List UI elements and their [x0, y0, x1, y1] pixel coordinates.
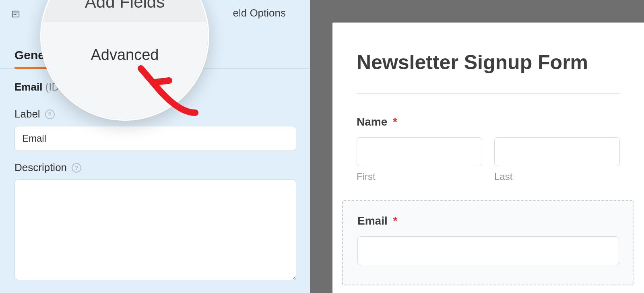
app-root: eld Options General Advanced ogic Email … — [0, 0, 644, 293]
tab-field-options-label-partial: eld Options — [233, 7, 286, 19]
first-name-col: First — [357, 137, 482, 182]
name-row: First Last — [357, 137, 620, 182]
form-icon — [11, 9, 20, 17]
form-divider — [357, 93, 620, 94]
magnifier-advanced: Advanced — [91, 46, 159, 64]
label-text: Label — [14, 108, 40, 120]
label-input[interactable] — [14, 126, 296, 151]
field-options-panel: eld Options General Advanced ogic Email … — [0, 0, 310, 293]
help-icon[interactable]: ? — [45, 109, 55, 119]
first-name-input[interactable] — [357, 137, 482, 166]
description-textarea[interactable] — [14, 180, 296, 280]
last-sublabel: Last — [494, 171, 620, 182]
form-preview-panel: Newsletter Signup Form Name * First Last… — [310, 0, 644, 293]
form-preview-card: Newsletter Signup Form Name * First Last… — [332, 23, 644, 293]
email-label-text: Email — [357, 215, 388, 227]
last-name-col: Last — [494, 137, 620, 182]
tab-field-options-partial[interactable]: eld Options — [221, 0, 310, 26]
required-asterisk: * — [393, 116, 397, 128]
last-name-input[interactable] — [494, 137, 620, 166]
first-sublabel: First — [357, 171, 482, 182]
help-icon[interactable]: ? — [72, 163, 81, 173]
magnifier-inner: Add Fields Advanced — [41, 0, 208, 64]
description-control-group: Description ? — [0, 151, 310, 282]
name-field-label: Name * — [357, 116, 620, 128]
description-text: Description — [14, 161, 67, 174]
email-field-label: Email * — [357, 215, 619, 227]
name-label-text: Name — [357, 116, 387, 128]
tab-add-fields[interactable] — [0, 0, 31, 26]
email-input[interactable] — [357, 236, 619, 265]
magnifier-add-fields: Add Fields — [41, 0, 208, 22]
form-title: Newsletter Signup Form — [357, 51, 620, 74]
required-asterisk: * — [393, 215, 397, 227]
field-name: Email — [14, 81, 42, 93]
description-control-label: Description ? — [14, 161, 295, 174]
email-field-selected[interactable]: Email * — [342, 200, 634, 285]
